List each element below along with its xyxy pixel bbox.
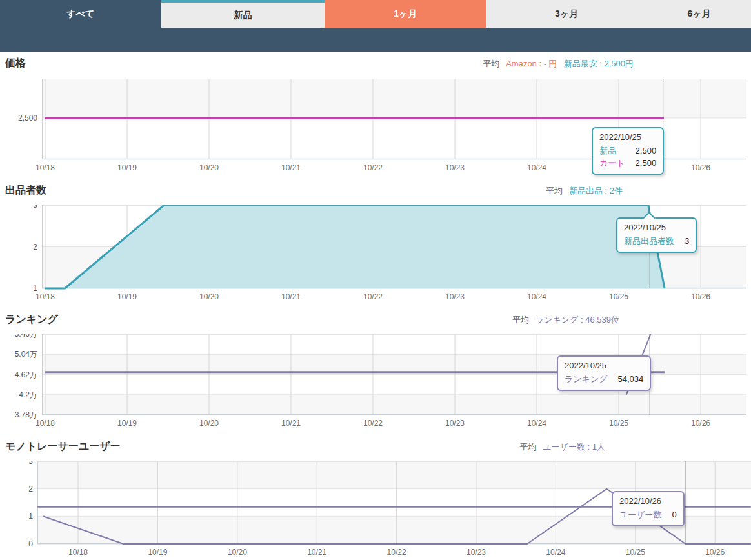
svg-text:10/19: 10/19: [117, 292, 137, 301]
svg-text:10/24: 10/24: [527, 292, 546, 301]
svg-text:10/24: 10/24: [527, 419, 546, 428]
avg-stat: 平均: [483, 59, 499, 68]
product-tracker-page: すべて 新品 1ヶ月 3ヶ月 6ヶ月 価格 平均Amazon : - 円新品最安…: [0, 0, 751, 560]
svg-text:10/20: 10/20: [228, 548, 247, 557]
charts-main: 価格 平均Amazon : - 円新品最安 : 2,500円 2,50010/1…: [0, 52, 751, 560]
svg-text:3: 3: [28, 461, 33, 466]
ranking-section-header: ランキング 平均ランキング : 46,539位: [0, 312, 751, 326]
svg-text:2: 2: [33, 243, 37, 252]
svg-text:10/22: 10/22: [363, 163, 383, 172]
svg-text:4.62万: 4.62万: [15, 370, 37, 379]
ranking-chart[interactable]: 5.46万5.04万4.62万4.2万3.78万10/1810/1910/201…: [0, 334, 751, 432]
period-tab-bar: すべて 新品 1ヶ月 3ヶ月 6ヶ月: [0, 0, 751, 52]
svg-text:10/20: 10/20: [199, 163, 219, 172]
svg-text:10/23: 10/23: [445, 419, 465, 428]
svg-text:10/25: 10/25: [609, 292, 628, 301]
svg-text:10/26: 10/26: [705, 548, 725, 557]
tab-row: すべて 新品 1ヶ月 3ヶ月 6ヶ月: [0, 0, 751, 28]
tab-1-month[interactable]: 1ヶ月: [325, 0, 486, 28]
svg-text:2,500: 2,500: [18, 114, 37, 123]
svg-text:1: 1: [28, 512, 33, 521]
svg-text:10/21: 10/21: [281, 163, 301, 172]
svg-text:10/26: 10/26: [691, 419, 710, 428]
chart-tooltip: 2022/10/25新品出品者数3: [616, 217, 697, 253]
svg-text:4.2万: 4.2万: [19, 390, 37, 399]
tooltip-date: 2022/10/26: [619, 496, 677, 506]
avg-stat: ランキング : 46,539位: [536, 315, 619, 325]
svg-text:5.46万: 5.46万: [15, 334, 37, 339]
svg-text:2: 2: [28, 485, 33, 494]
tab-new-condition[interactable]: 新品: [161, 0, 325, 28]
svg-text:10/24: 10/24: [546, 548, 565, 557]
sellers-section-header: 出品者数 平均新品出品 : 2件: [0, 183, 751, 197]
sellers-chart[interactable]: 32110/1810/1910/2010/2110/2210/2310/2410…: [0, 205, 751, 306]
svg-text:3.78万: 3.78万: [15, 410, 37, 419]
svg-text:10/21: 10/21: [281, 292, 301, 301]
section-title-price: 価格: [0, 56, 751, 70]
svg-text:10/25: 10/25: [609, 419, 628, 428]
tab-all[interactable]: すべて: [0, 0, 161, 28]
svg-text:10/19: 10/19: [148, 548, 167, 557]
ranking-section: ランキング 平均ランキング : 46,539位 5.46万5.04万4.62万4…: [0, 306, 751, 432]
svg-text:10/23: 10/23: [445, 292, 465, 301]
avg-stat: Amazon : - 円: [506, 59, 557, 68]
tooltip-row: 新品2,500: [599, 145, 656, 157]
svg-text:10/20: 10/20: [199, 292, 219, 301]
svg-text:10/19: 10/19: [117, 163, 137, 172]
price-section: 価格 平均Amazon : - 円新品最安 : 2,500円 2,50010/1…: [0, 52, 751, 177]
chart-tooltip: 2022/10/26ユーザー数0: [612, 491, 685, 526]
avg-stat: ユーザー数 : 1人: [543, 442, 605, 452]
svg-text:0: 0: [28, 539, 33, 548]
svg-text:10/23: 10/23: [445, 163, 465, 172]
section-title-ranking: ランキング: [0, 312, 751, 326]
section-title-sellers: 出品者数: [0, 183, 751, 197]
price-section-header: 価格 平均Amazon : - 円新品最安 : 2,500円: [0, 56, 751, 70]
svg-text:10/21: 10/21: [307, 548, 326, 557]
avg-stat: 新品出品 : 2件: [569, 186, 623, 195]
svg-text:10/18: 10/18: [35, 292, 55, 301]
average-legend-price: 平均Amazon : - 円新品最安 : 2,500円: [476, 58, 634, 70]
avg-stat: 平均: [546, 186, 563, 195]
tooltip-date: 2022/10/25: [565, 361, 643, 370]
tab-3-month[interactable]: 3ヶ月: [486, 0, 647, 28]
svg-text:10/22: 10/22: [387, 548, 406, 557]
average-legend-users: 平均ユーザー数 : 1人: [513, 441, 605, 453]
chart-tooltip: 2022/10/25ランキング54,034: [557, 355, 651, 391]
svg-text:5.04万: 5.04万: [15, 350, 37, 359]
tooltip-row: カート2,500: [599, 157, 656, 169]
tab-6-month[interactable]: 6ヶ月: [647, 0, 751, 28]
svg-text:10/21: 10/21: [281, 419, 301, 428]
svg-text:10/24: 10/24: [527, 163, 546, 172]
users-section: モノトレーサーユーザー 平均ユーザー数 : 1人 321010/1810/191…: [0, 432, 751, 560]
sellers-section: 出品者数 平均新品出品 : 2件 32110/1810/1910/2010/21…: [0, 177, 751, 306]
avg-stat: 新品最安 : 2,500円: [564, 59, 634, 68]
chart-tooltip: 2022/10/25新品2,500カート2,500: [592, 127, 664, 175]
tooltip-date: 2022/10/25: [624, 223, 689, 232]
users-chart[interactable]: 321010/1810/1910/2010/2110/2210/2310/241…: [0, 461, 751, 560]
svg-text:10/18: 10/18: [68, 548, 88, 557]
section-title-users: モノトレーサーユーザー: [0, 439, 751, 453]
average-legend-ranking: 平均ランキング : 46,539位: [506, 314, 619, 326]
users-section-header: モノトレーサーユーザー 平均ユーザー数 : 1人: [0, 439, 751, 453]
svg-text:10/18: 10/18: [35, 419, 55, 428]
tooltip-row: ユーザー数0: [619, 508, 677, 521]
svg-text:10/25: 10/25: [626, 548, 645, 557]
svg-text:10/18: 10/18: [35, 163, 55, 172]
svg-text:10/22: 10/22: [363, 292, 383, 301]
tooltip-row: 新品出品者数3: [624, 235, 689, 247]
tooltip-row: ランキング54,034: [565, 373, 643, 385]
avg-stat: 平均: [512, 315, 529, 325]
svg-text:10/23: 10/23: [466, 548, 486, 557]
tooltip-date: 2022/10/25: [599, 132, 656, 142]
svg-text:10/19: 10/19: [117, 419, 137, 428]
svg-text:10/26: 10/26: [691, 163, 710, 172]
svg-text:10/22: 10/22: [363, 419, 383, 428]
svg-text:10/26: 10/26: [691, 292, 710, 301]
avg-stat: 平均: [519, 442, 536, 452]
price-chart[interactable]: 2,50010/1810/1910/2010/2110/2210/2310/24…: [0, 79, 751, 177]
svg-text:3: 3: [33, 205, 37, 210]
svg-text:1: 1: [33, 284, 37, 293]
svg-text:10/20: 10/20: [199, 419, 219, 428]
average-legend-sellers: 平均新品出品 : 2件: [539, 185, 623, 197]
